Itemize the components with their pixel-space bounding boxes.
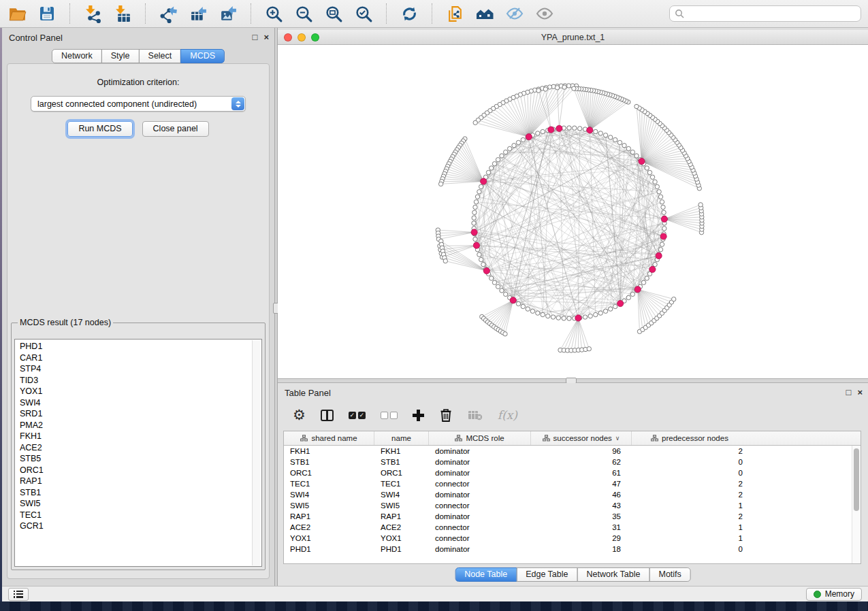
graph-node[interactable] <box>660 200 664 204</box>
graph-node[interactable] <box>594 312 598 316</box>
mcds-node[interactable] <box>471 229 477 235</box>
cell-predecessor-nodes[interactable]: 2 <box>632 491 748 499</box>
mcds-result-item[interactable]: TEC1 <box>20 510 261 521</box>
cell-successor-nodes[interactable]: 61 <box>531 469 632 477</box>
graph-node[interactable] <box>660 242 664 246</box>
mcds-node[interactable] <box>639 159 645 165</box>
tab-node-table[interactable]: Node Table <box>455 567 517 582</box>
graph-node[interactable] <box>500 288 504 293</box>
refresh-button[interactable] <box>399 3 419 24</box>
graph-node[interactable] <box>521 304 525 308</box>
mcds-result-item[interactable]: PMA2 <box>20 420 261 431</box>
horizontal-splitter[interactable] <box>278 378 868 383</box>
graph-node[interactable] <box>473 237 477 241</box>
graph-node[interactable] <box>516 301 520 306</box>
graph-node[interactable] <box>587 347 591 351</box>
mcds-result-item[interactable]: ACE2 <box>20 442 261 454</box>
cell-MCDS-role[interactable]: dominator <box>429 469 531 477</box>
mcds-node[interactable] <box>481 178 487 184</box>
cell-successor-nodes[interactable]: 18 <box>531 545 632 553</box>
close-traffic-light[interactable] <box>284 33 292 42</box>
mcds-result-item[interactable]: RAP1 <box>20 476 261 487</box>
cell-predecessor-nodes[interactable]: 0 <box>632 469 748 477</box>
graph-node[interactable] <box>486 170 490 174</box>
cell-predecessor-nodes[interactable]: 1 <box>632 523 748 531</box>
search-input[interactable] <box>688 9 856 18</box>
graph-node[interactable] <box>472 216 476 220</box>
table-row[interactable]: SWI5SWI5connector431 <box>284 500 861 511</box>
table-settings-button[interactable]: ⚙ <box>293 408 306 422</box>
table-row[interactable]: FKH1FKH1dominator962 <box>284 446 861 457</box>
graph-node[interactable] <box>630 150 634 154</box>
select-all-columns-button[interactable]: ✓✓ <box>349 412 366 419</box>
mcds-node[interactable] <box>634 286 641 293</box>
graph-node[interactable] <box>541 129 545 133</box>
column-header-predecessor-nodes[interactable]: predecessor nodes <box>632 431 748 445</box>
mcds-result-item[interactable]: STB5 <box>20 453 261 465</box>
graph-node[interactable] <box>578 127 582 131</box>
mcds-result-item[interactable]: FKH1 <box>20 431 261 442</box>
cell-name[interactable]: FKH1 <box>374 447 429 455</box>
graph-node[interactable] <box>617 140 622 144</box>
graph-node[interactable] <box>492 162 496 166</box>
graph-node[interactable] <box>536 311 540 315</box>
cell-name[interactable]: ORC1 <box>374 469 429 477</box>
table-row[interactable]: SWI4SWI4dominator462 <box>284 489 861 500</box>
table-row[interactable]: TEC1TEC1connector472 <box>284 478 861 489</box>
cell-name[interactable]: ACE2 <box>374 523 429 531</box>
mcds-result-item[interactable]: PHD1 <box>20 341 261 352</box>
task-history-button[interactable] <box>8 588 29 601</box>
graph-node[interactable] <box>583 315 587 319</box>
graph-node[interactable] <box>479 184 483 188</box>
graph-node[interactable] <box>555 86 559 90</box>
graph-node[interactable] <box>489 166 494 170</box>
show-columns-button[interactable] <box>321 410 334 421</box>
export-network-button[interactable] <box>158 3 178 24</box>
cell-MCDS-role[interactable]: dominator <box>429 447 531 455</box>
home-networks-button[interactable] <box>475 3 495 24</box>
tab-select[interactable]: Select <box>139 49 182 63</box>
graph-node[interactable] <box>496 158 500 162</box>
graph-node[interactable] <box>655 184 659 188</box>
deselect-all-columns-button[interactable] <box>381 412 398 419</box>
graph-node[interactable] <box>658 248 662 252</box>
save-session-button[interactable] <box>37 3 57 24</box>
graph-node[interactable] <box>504 292 508 296</box>
import-table-button[interactable] <box>112 3 133 24</box>
cell-successor-nodes[interactable]: 35 <box>531 512 632 521</box>
graph-node[interactable] <box>474 200 478 204</box>
mcds-result-item[interactable]: SRD1 <box>20 408 261 420</box>
mcds-result-list[interactable]: PHD1CAR1STP4TID3YOX1SWI4SRD1PMA2FKH1ACE2… <box>14 339 262 567</box>
cell-successor-nodes[interactable]: 96 <box>531 447 632 455</box>
table-row[interactable]: PHD1PHD1dominator180 <box>284 544 861 555</box>
cell-shared-name[interactable]: RAP1 <box>284 512 374 521</box>
cell-name[interactable]: SWI4 <box>374 491 429 499</box>
cell-shared-name[interactable]: ORC1 <box>284 469 374 477</box>
mcds-result-item[interactable]: ORC1 <box>20 465 261 476</box>
graph-node[interactable] <box>662 227 666 231</box>
mcds-result-item[interactable]: YOX1 <box>20 386 261 397</box>
graph-node[interactable] <box>472 221 476 225</box>
graph-node[interactable] <box>536 88 541 93</box>
graph-node[interactable] <box>613 137 617 142</box>
graph-node[interactable] <box>562 316 566 320</box>
network-canvas[interactable] <box>278 45 868 378</box>
table-row[interactable]: ORC1ORC1dominator610 <box>284 467 861 478</box>
zoom-fit-button[interactable] <box>323 3 344 24</box>
graph-node[interactable] <box>530 309 534 313</box>
close-panel-icon[interactable]: × <box>263 33 269 42</box>
close-panel-button[interactable]: Close panel <box>142 121 209 137</box>
eye-slash-button[interactable] <box>504 3 525 24</box>
cell-MCDS-role[interactable]: connector <box>429 501 531 510</box>
tab-motifs[interactable]: Motifs <box>649 567 690 582</box>
mcds-result-item[interactable]: SWI4 <box>20 397 261 409</box>
graph-node[interactable] <box>516 140 520 144</box>
mcds-node[interactable] <box>526 134 532 140</box>
graph-node[interactable] <box>647 170 652 174</box>
mcds-node[interactable] <box>548 127 554 133</box>
cell-name[interactable]: SWI5 <box>374 501 429 510</box>
add-column-button[interactable] <box>413 410 424 421</box>
cell-name[interactable]: TEC1 <box>374 480 429 488</box>
tab-network-table[interactable]: Network Table <box>577 567 650 582</box>
graph-node[interactable] <box>662 210 666 214</box>
